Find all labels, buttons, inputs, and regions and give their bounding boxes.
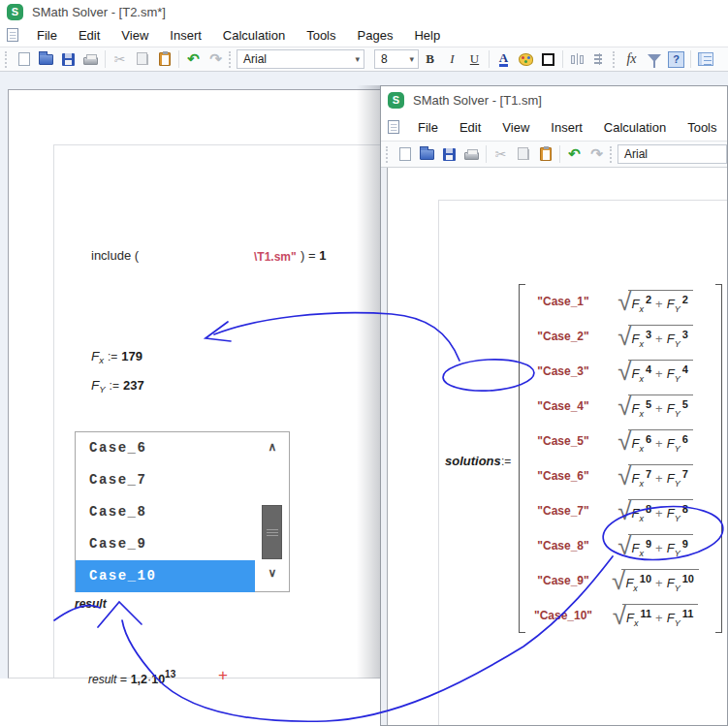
printer-icon	[83, 57, 98, 65]
fx-definition[interactable]: Fx:=179	[91, 347, 142, 365]
list-item[interactable]: Case_8	[76, 496, 255, 528]
menu-item[interactable]: Calculation	[212, 28, 296, 43]
include-path-string[interactable]: \T1.sm"	[254, 250, 297, 264]
cut-button[interactable]: ✂	[109, 49, 131, 70]
new-button[interactable]	[13, 49, 35, 70]
matrix-row: "Case_9" √ Fx10+FY10	[528, 563, 712, 598]
toolbar-grip[interactable]	[5, 51, 9, 68]
list-item[interactable]: Case_9	[76, 528, 255, 560]
filter-button[interactable]	[643, 49, 665, 70]
undo-button[interactable]: ↶	[182, 49, 205, 70]
background-color-button[interactable]	[515, 49, 537, 70]
scroll-down-icon[interactable]: ∨	[258, 566, 287, 580]
variable-subscript: x	[639, 304, 644, 314]
listbox-scrollbar[interactable]: ∧ ∨	[258, 432, 287, 591]
toolbar-grip[interactable]	[610, 146, 614, 163]
redo-button[interactable]: ↷	[586, 144, 608, 165]
copy-button[interactable]	[512, 144, 534, 165]
paste-button[interactable]	[534, 144, 556, 165]
t1-titlebar: S SMath Solver - [T1.sm]	[381, 86, 727, 113]
variable-subscript: x	[639, 409, 644, 419]
copy-button[interactable]	[131, 49, 153, 70]
help-button[interactable]: ?	[665, 49, 687, 70]
t1-workspace: solutions := "Case_1" √ Fx2+FY2	[381, 168, 727, 725]
exponent: 6	[682, 433, 688, 445]
align-horizontal-button[interactable]	[566, 49, 588, 70]
variable-subscript: x	[639, 479, 644, 489]
result-equation[interactable]: result = 1,2·1013	[88, 669, 175, 686]
underline-button[interactable]: U	[463, 49, 486, 70]
redo-button[interactable]: ↷	[205, 49, 227, 70]
list-item[interactable]: Case_6	[76, 432, 255, 464]
menu-item[interactable]: Insert	[540, 120, 593, 135]
variable-subscript: Y	[675, 409, 681, 419]
include-region[interactable]: include (	[91, 248, 139, 263]
italic-button[interactable]: I	[441, 49, 463, 70]
menu-item[interactable]: Edit	[449, 120, 491, 135]
menu-item[interactable]: Help	[403, 28, 451, 43]
toolbar-grip[interactable]	[229, 51, 233, 68]
open-button[interactable]	[416, 144, 438, 165]
matrix-row: "Case_2" √ Fx3+FY3	[528, 319, 712, 354]
menu-item[interactable]: Pages	[347, 28, 404, 43]
open-button[interactable]	[35, 49, 57, 70]
menu-item[interactable]: View	[111, 28, 159, 43]
solutions-matrix[interactable]: "Case_1" √ Fx2+FY2 "Case_2"	[519, 284, 722, 633]
variable-subscript: x	[639, 339, 644, 349]
scrollbar-thumb[interactable]	[262, 505, 282, 559]
new-document-icon	[399, 147, 411, 161]
print-button[interactable]	[460, 144, 483, 165]
bold-button[interactable]: B	[419, 49, 441, 70]
variable-subscript: Y	[675, 339, 681, 349]
function-button[interactable]: fx	[620, 49, 643, 70]
paste-button[interactable]	[153, 49, 175, 70]
menu-item[interactable]: View	[491, 120, 540, 135]
solutions-variable[interactable]: solutions	[445, 454, 501, 468]
toolbar-grip[interactable]	[386, 146, 390, 163]
include-value: 1	[319, 248, 326, 263]
fy-definition[interactable]: FY:=237	[91, 376, 144, 395]
scroll-up-icon[interactable]: ∧	[258, 440, 287, 454]
funnel-icon	[648, 54, 661, 62]
t1-menubar: FileEditViewInsertCalculationToolsPages	[381, 113, 727, 141]
menu-item[interactable]: Tools	[296, 28, 346, 43]
include-result[interactable]: ) = 1	[301, 248, 326, 263]
list-item-label: Case_9	[89, 536, 146, 552]
menu-item[interactable]: Insert	[159, 28, 212, 43]
border-button[interactable]	[537, 49, 559, 70]
case-label: "Case_1"	[528, 295, 598, 308]
menu-item[interactable]: File	[26, 28, 68, 43]
toolbar-grip[interactable]	[613, 51, 617, 68]
list-item[interactable]: Case_7	[76, 464, 255, 496]
font-family-select[interactable]: Arial	[617, 144, 727, 164]
variable-name: F	[667, 366, 675, 381]
case-listbox[interactable]: Case_6Case_7Case_8Case_9Case_10 ∧ ∨	[75, 431, 290, 592]
redo-icon: ↷	[590, 145, 603, 163]
font-family-select[interactable]: Arial ▾	[237, 49, 364, 69]
font-size-select[interactable]: 8 ▾	[374, 49, 419, 69]
menu-item[interactable]: Tools	[677, 120, 727, 135]
undo-button[interactable]: ↶	[563, 144, 586, 165]
cut-button[interactable]: ✂	[490, 144, 512, 165]
align-vertical-button[interactable]	[588, 49, 611, 70]
menu-item[interactable]: File	[407, 120, 449, 135]
matrix-row: "Case_6" √ Fx7+FY7	[528, 458, 712, 493]
print-button[interactable]	[79, 49, 102, 70]
side-panel-button[interactable]	[694, 49, 716, 70]
list-item[interactable]: Case_10	[76, 560, 255, 592]
save-button[interactable]	[438, 144, 460, 165]
menu-item[interactable]: Edit	[68, 28, 111, 43]
variable-subscript: Y	[675, 549, 681, 558]
plus-operator: +	[655, 611, 663, 625]
help-icon: ?	[668, 51, 684, 68]
case-label: "Case_4"	[528, 399, 598, 413]
t2-titlebar: S SMath Solver - [T2.sm*]	[0, 0, 728, 23]
save-button[interactable]	[57, 49, 79, 70]
new-button[interactable]	[394, 144, 416, 165]
result-label[interactable]: result	[75, 597, 107, 611]
font-color-button[interactable]: A	[492, 49, 515, 70]
assign-operator: :=	[108, 350, 117, 363]
menu-item[interactable]: Calculation	[593, 120, 677, 135]
mantissa: 1,2	[131, 673, 147, 686]
variable-name: F	[667, 506, 675, 521]
